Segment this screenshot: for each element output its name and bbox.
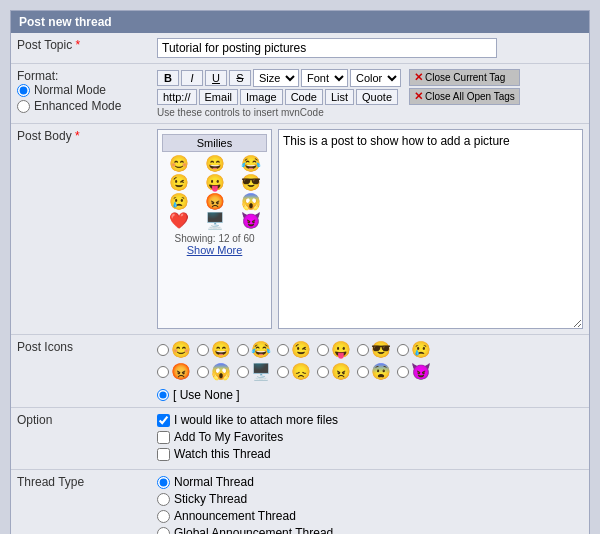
icon-radio-5[interactable] — [317, 344, 329, 356]
icon-smiley-8: 😡 — [171, 362, 191, 381]
icon-item-8[interactable]: 😡 — [157, 362, 191, 381]
icon-radio-12[interactable] — [317, 366, 329, 378]
close-all-tags-button[interactable]: ✕ Close All Open Tags — [409, 88, 520, 105]
smiley-5[interactable]: 😛 — [205, 175, 225, 191]
thread-global-radio[interactable] — [157, 527, 170, 535]
font-select[interactable]: Font — [301, 69, 348, 87]
smiley-8[interactable]: 😡 — [205, 194, 225, 210]
thread-normal-radio[interactable] — [157, 476, 170, 489]
icon-radio-6[interactable] — [357, 344, 369, 356]
favorites-label: Add To My Favorites — [174, 430, 283, 444]
icon-radio-8[interactable] — [157, 366, 169, 378]
format-label: Format: — [17, 69, 58, 83]
icon-item-4[interactable]: 😉 — [277, 340, 311, 359]
format-enhanced-radio[interactable] — [17, 100, 30, 113]
smiley-12[interactable]: 😈 — [241, 213, 261, 229]
close-current-tag-button[interactable]: ✕ Close Current Tag — [409, 69, 520, 86]
smiley-1[interactable]: 😊 — [169, 156, 189, 172]
format-toolbar-cell: B I U S Size Font Color — [151, 64, 589, 124]
form-table: Post Topic * Format: Normal Mode Enhanc — [11, 33, 589, 534]
icon-item-3[interactable]: 😂 — [237, 340, 271, 359]
show-more-link[interactable]: Show More — [162, 244, 267, 256]
option-watch[interactable]: Watch this Thread — [157, 447, 583, 461]
smiley-11[interactable]: 🖥️ — [205, 213, 225, 229]
icon-radio-2[interactable] — [197, 344, 209, 356]
post-topic-label-cell: Post Topic * — [11, 33, 151, 64]
post-body-textarea[interactable]: This is a post to show how to add a pict… — [278, 129, 583, 329]
smiley-9[interactable]: 😱 — [241, 194, 261, 210]
icon-smiley-6: 😎 — [371, 340, 391, 359]
icon-radio-10[interactable] — [237, 366, 249, 378]
post-body-label: Post Body — [17, 129, 72, 143]
size-select[interactable]: Size — [253, 69, 299, 87]
icon-radio-11[interactable] — [277, 366, 289, 378]
smiley-2[interactable]: 😄 — [205, 156, 225, 172]
icon-item-13[interactable]: 😨 — [357, 362, 391, 381]
icon-item-12[interactable]: 😠 — [317, 362, 351, 381]
icon-radio-7[interactable] — [397, 344, 409, 356]
email-button[interactable]: Email — [199, 89, 239, 105]
list-button[interactable]: List — [325, 89, 354, 105]
option-favorites[interactable]: Add To My Favorites — [157, 430, 583, 444]
icon-item-14[interactable]: 😈 — [397, 362, 431, 381]
http-button[interactable]: http:// — [157, 89, 197, 105]
post-topic-input[interactable] — [157, 38, 497, 58]
close-all-label: Close All Open Tags — [425, 91, 515, 102]
option-attach[interactable]: I would like to attach more files — [157, 413, 583, 427]
icon-radio-4[interactable] — [277, 344, 289, 356]
smiley-3[interactable]: 😂 — [241, 156, 261, 172]
icon-radio-1[interactable] — [157, 344, 169, 356]
strike-button[interactable]: S — [229, 70, 251, 86]
icon-item-11[interactable]: 😞 — [277, 362, 311, 381]
attach-label: I would like to attach more files — [174, 413, 338, 427]
smiley-4[interactable]: 😉 — [169, 175, 189, 191]
icon-item-5[interactable]: 😛 — [317, 340, 351, 359]
icon-smiley-4: 😉 — [291, 340, 311, 359]
close-current-label: Close Current Tag — [425, 72, 505, 83]
icon-item-7[interactable]: 😢 — [397, 340, 431, 359]
watch-checkbox[interactable] — [157, 448, 170, 461]
icon-smiley-1: 😊 — [171, 340, 191, 359]
color-select[interactable]: Color — [350, 69, 401, 87]
use-none-radio[interactable] — [157, 389, 169, 401]
attach-checkbox[interactable] — [157, 414, 170, 427]
format-normal-option[interactable]: Normal Mode — [17, 83, 145, 97]
underline-button[interactable]: U — [205, 70, 227, 86]
thread-announcement-radio[interactable] — [157, 510, 170, 523]
quote-button[interactable]: Quote — [356, 89, 398, 105]
close-tags-area: ✕ Close Current Tag ✕ Close All Open Tag… — [409, 69, 520, 105]
icon-item-1[interactable]: 😊 — [157, 340, 191, 359]
italic-button[interactable]: I — [181, 70, 203, 86]
icons-rows: 😊 😄 😂 😉 — [157, 340, 583, 402]
thread-type-row: Thread Type Normal Thread Sticky Thread … — [11, 470, 589, 535]
thread-announcement[interactable]: Announcement Thread — [157, 509, 583, 523]
icon-radio-9[interactable] — [197, 366, 209, 378]
image-button[interactable]: Image — [240, 89, 283, 105]
icon-item-10[interactable]: 🖥️ — [237, 362, 271, 381]
thread-sticky-label: Sticky Thread — [174, 492, 247, 506]
smilies-showing: Showing: 12 of 60 — [162, 233, 267, 244]
use-none-row[interactable]: [ Use None ] — [157, 388, 583, 402]
icon-radio-13[interactable] — [357, 366, 369, 378]
format-enhanced-option[interactable]: Enhanced Mode — [17, 99, 145, 113]
icon-item-9[interactable]: 😱 — [197, 362, 231, 381]
smiley-6[interactable]: 😎 — [241, 175, 261, 191]
smiley-10[interactable]: ❤️ — [169, 213, 189, 229]
thread-sticky-radio[interactable] — [157, 493, 170, 506]
code-button[interactable]: Code — [285, 89, 323, 105]
favorites-checkbox[interactable] — [157, 431, 170, 444]
use-none-label: [ Use None ] — [173, 388, 240, 402]
thread-normal[interactable]: Normal Thread — [157, 475, 583, 489]
title-bar: Post new thread — [11, 11, 589, 33]
thread-sticky[interactable]: Sticky Thread — [157, 492, 583, 506]
icon-item-6[interactable]: 😎 — [357, 340, 391, 359]
icon-item-2[interactable]: 😄 — [197, 340, 231, 359]
icon-smiley-13: 😨 — [371, 362, 391, 381]
icon-radio-3[interactable] — [237, 344, 249, 356]
icon-radio-14[interactable] — [397, 366, 409, 378]
smiley-7[interactable]: 😢 — [169, 194, 189, 210]
post-body-area: Smilies 😊 😄 😂 😉 😛 😎 😢 😡 😱 ❤️ — [157, 129, 583, 329]
format-normal-radio[interactable] — [17, 84, 30, 97]
bold-button[interactable]: B — [157, 70, 179, 86]
thread-global[interactable]: Global Announcement Thread — [157, 526, 583, 534]
